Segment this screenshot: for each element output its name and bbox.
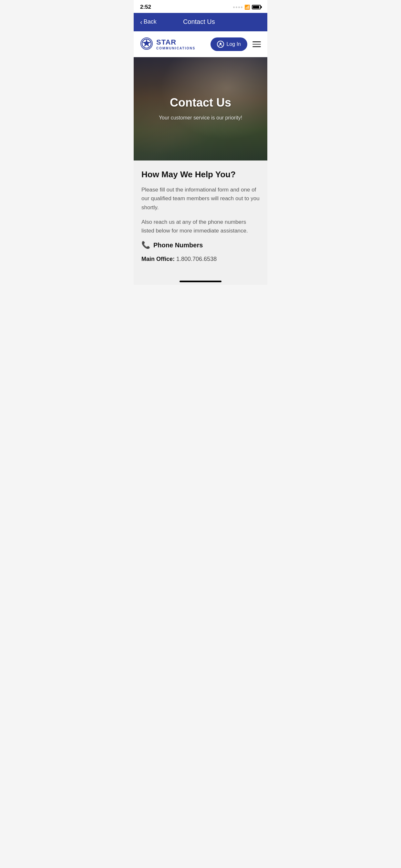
login-button[interactable]: Log In bbox=[211, 37, 247, 51]
battery-icon bbox=[252, 5, 261, 9]
hero-title: Contact Us bbox=[159, 96, 242, 110]
content-section: How May We Help You? Please fill out the… bbox=[134, 160, 267, 275]
phone-numbers-header: 📞 Phone Numbers bbox=[142, 241, 259, 249]
back-button[interactable]: ‹ Back bbox=[140, 19, 157, 25]
main-office-label: Main Office: bbox=[142, 256, 175, 262]
login-label: Log In bbox=[227, 41, 241, 47]
main-office-number[interactable]: 1.800.706.6538 bbox=[176, 256, 217, 262]
home-indicator bbox=[134, 275, 267, 285]
hamburger-menu-icon[interactable] bbox=[252, 41, 261, 47]
logo-comm-text: COMMUNICATIONS bbox=[156, 46, 195, 50]
user-icon bbox=[217, 41, 224, 48]
phone-numbers-title: Phone Numbers bbox=[153, 242, 203, 249]
section-desc-1: Please fill out the informational form a… bbox=[142, 185, 259, 212]
section-desc-2: Also reach us at any of the phone number… bbox=[142, 218, 259, 235]
logo-area: STAR COMMUNICATIONS bbox=[140, 37, 195, 51]
star-logo-icon bbox=[140, 37, 154, 51]
wifi-icon: 📶 bbox=[244, 4, 250, 10]
back-chevron-icon: ‹ bbox=[140, 19, 143, 25]
header-right: Log In bbox=[211, 37, 261, 51]
svg-point-2 bbox=[220, 42, 221, 44]
signal-dots bbox=[233, 6, 243, 8]
back-label: Back bbox=[144, 19, 157, 25]
hero-content: Contact Us Your customer service is our … bbox=[149, 96, 252, 122]
status-bar: 2:52 📶 bbox=[134, 0, 267, 13]
hero-subtitle: Your customer service is our priority! bbox=[159, 114, 242, 122]
status-time: 2:52 bbox=[140, 4, 151, 10]
status-icons: 📶 bbox=[233, 4, 261, 10]
main-office-line: Main Office: 1.800.706.6538 bbox=[142, 256, 259, 262]
home-bar bbox=[180, 281, 221, 282]
section-title: How May We Help You? bbox=[142, 169, 259, 180]
nav-bar: ‹ Back Contact Us bbox=[134, 13, 267, 31]
nav-title: Contact Us bbox=[183, 18, 215, 26]
logo-text: STAR COMMUNICATIONS bbox=[156, 38, 195, 50]
logo-star-text: STAR bbox=[156, 38, 195, 46]
header: STAR COMMUNICATIONS Log In bbox=[134, 31, 267, 57]
hero-banner: Contact Us Your customer service is our … bbox=[134, 57, 267, 160]
phone-icon: 📞 bbox=[142, 241, 150, 249]
